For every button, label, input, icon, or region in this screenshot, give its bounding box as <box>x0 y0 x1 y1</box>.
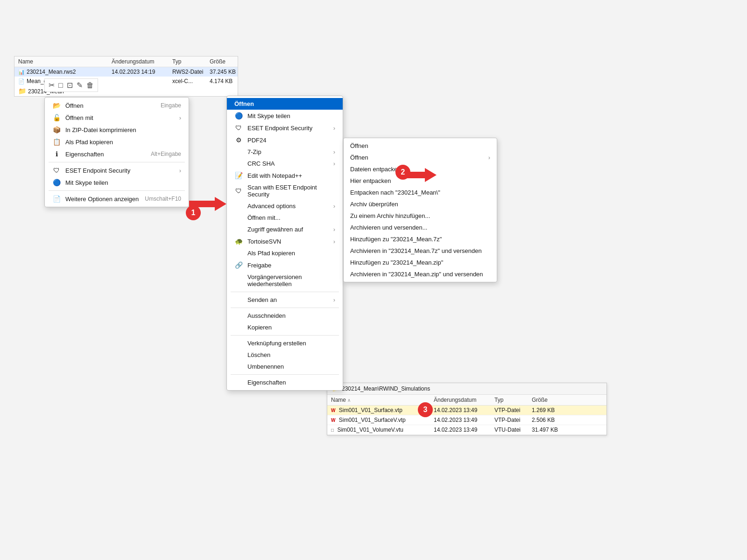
ctx-item-7z-archive-send[interactable]: Archivieren und versenden... <box>344 222 497 233</box>
ctx-item-crc[interactable]: CRC SHA › <box>227 158 343 169</box>
ctx-label: Öffnen mit <box>65 114 175 121</box>
file-date: 14.02.2023 13:49 <box>434 407 494 413</box>
ctx-item-more-options[interactable]: 📄 Weitere Optionen anzeigen Umschalt+F10 <box>45 193 189 205</box>
cut-icon[interactable]: ✂ <box>49 81 55 90</box>
ctx-item-freigabe[interactable]: 🔗 Freigabe <box>227 259 343 271</box>
ctx-label: Eigenschaften <box>247 379 335 386</box>
ctx-item-7z-add[interactable]: Zu einem Archiv hinzufügen... <box>344 210 497 222</box>
table-row[interactable]: W Sim001_V01_SurfaceV.vtp 14.02.2023 13:… <box>327 415 606 425</box>
ctx-label: Zu einem Archiv hinzufügen... <box>350 212 490 219</box>
table-row[interactable]: □ Sim001_V01_VolumeV.vtu 14.02.2023 13:4… <box>327 425 606 435</box>
ctx-item-eset2[interactable]: 🛡 ESET Endpoint Security › <box>227 122 343 134</box>
ctx-item-open-with[interactable]: 🔓 Öffnen mit › <box>45 112 189 124</box>
ctx-item-send-to[interactable]: Senden an › <box>227 294 343 306</box>
scan-eset-icon: 🛡 <box>234 187 243 195</box>
ctx-item-properties[interactable]: ℹ Eigenschaften Alt+Eingabe <box>45 148 189 160</box>
ctx-label: Zugriff gewähren auf <box>247 226 329 233</box>
ctx-item-7z-archive-zip-send[interactable]: Archivieren in "230214_Mean.zip" und ver… <box>344 268 497 280</box>
file-date: 14.02.2023 14:19 <box>112 69 172 75</box>
context-menu-2: Öffnen 🔵 Mit Skype teilen 🛡 ESET Endpoin… <box>226 96 343 391</box>
ctx-label: Advanced options <box>247 203 329 210</box>
ctx-label: Löschen <box>247 351 335 358</box>
copy-icon[interactable]: □ <box>58 81 63 90</box>
delete-icon[interactable]: 🗑 <box>86 81 94 90</box>
col-name: Name <box>18 58 112 65</box>
ctx-item-zip[interactable]: 📦 In ZIP-Datei komprimieren <box>45 124 189 136</box>
ctx-item-eset[interactable]: 🛡 ESET Endpoint Security › <box>45 164 189 176</box>
ctx-label: Als Pfad kopieren <box>247 250 335 257</box>
ctx-item-rename[interactable]: Umbenennen <box>227 361 343 372</box>
ctx-label: Kopieren <box>247 324 335 331</box>
ctx-label: ESET Endpoint Security <box>247 125 329 132</box>
table-row[interactable]: W Sim001_V01_Surface.vtp 14.02.2023 13:4… <box>327 406 606 415</box>
ctx-shortcut: Eingabe <box>161 102 181 109</box>
file-size: 37.245 KB <box>210 69 247 75</box>
ctx-item-7z-open2[interactable]: Öffnen › <box>344 152 497 163</box>
ctx-item-copy-path2[interactable]: Als Pfad kopieren <box>227 247 343 259</box>
ctx-label: Öffnen <box>350 154 484 161</box>
paste-icon[interactable]: ⊡ <box>67 81 73 90</box>
file-size: 4.174 KB <box>210 78 247 84</box>
ctx-label: Entpacken nach "230214_Mean\" <box>350 189 490 196</box>
rename-icon[interactable]: ✎ <box>77 81 83 90</box>
eset2-icon: 🛡 <box>234 124 243 132</box>
separator <box>231 374 339 375</box>
file-type: VTU-Datei <box>494 427 532 433</box>
explorer-header: Name Änderungsdatum Typ Größe <box>14 56 238 67</box>
ctx-item-skype2[interactable]: 🔵 Mit Skype teilen <box>227 110 343 122</box>
ctx-item-7zip[interactable]: 7-Zip › <box>227 146 343 158</box>
ctx-item-open-with2[interactable]: Öffnen mit... <box>227 212 343 224</box>
ctx-item-delete[interactable]: Löschen <box>227 349 343 361</box>
csv-icon: 📄 <box>18 78 25 84</box>
separator <box>49 190 185 191</box>
ctx-label: Ausschneiden <box>247 312 335 319</box>
ctx-label: Öffnen <box>65 102 156 109</box>
file-date: 14.02.2023 13:49 <box>434 417 494 423</box>
ctx-item-tortoisesvn[interactable]: 🐢 TortoiseSVN › <box>227 235 343 247</box>
ctx-item-7z-add-7z[interactable]: Hinzufügen zu "230214_Mean.7z" <box>344 233 497 245</box>
file-name: W Sim001_V01_SurfaceV.vtp <box>331 417 434 423</box>
ctx-item-7z-add-zip[interactable]: Hinzufügen zu "230214_Mean.zip" <box>344 257 497 268</box>
properties-icon: ℹ <box>52 150 61 158</box>
file-size: 2.506 KB <box>532 417 569 423</box>
ctx-item-pdf24[interactable]: ⚙ PDF24 <box>227 134 343 146</box>
step-badge-3: 3 <box>418 402 433 417</box>
skype-icon: 🔵 <box>52 179 61 186</box>
ctx-item-properties2[interactable]: Eigenschaften <box>227 377 343 388</box>
col-size: Größe <box>210 58 247 65</box>
ctx-label: Weitere Optionen anzeigen <box>65 196 140 203</box>
ctx-label: Umbenennen <box>247 363 335 370</box>
ctx-item-copy-path[interactable]: 📋 Als Pfad kopieren <box>45 136 189 148</box>
ctx-label: Als Pfad kopieren <box>65 139 181 146</box>
ctx-item-cut[interactable]: Ausschneiden <box>227 310 343 322</box>
ctx-item-skype[interactable]: 🔵 Mit Skype teilen <box>45 176 189 189</box>
separator <box>231 335 339 336</box>
ctx-item-scan-eset[interactable]: 🛡 Scan with ESET Endpoint Security <box>227 182 343 200</box>
arrow-icon: › <box>179 114 181 121</box>
table-row[interactable]: 📊230214_Mean.rws2 14.02.2023 14:19 RWS2-… <box>14 67 238 77</box>
freigabe-icon: 🔗 <box>234 261 243 269</box>
ctx-item-notepadpp[interactable]: 📝 Edit with Notepad++ <box>227 169 343 182</box>
skype2-icon: 🔵 <box>234 112 243 119</box>
zip-icon: 📦 <box>52 126 61 133</box>
ctx-item-copy[interactable]: Kopieren <box>227 322 343 333</box>
ctx-item-open-highlight[interactable]: Öffnen <box>227 98 343 110</box>
ctx-item-7z-open[interactable]: Öffnen <box>344 140 497 152</box>
separator <box>49 162 185 162</box>
ctx-item-7z-archive-7z-send[interactable]: Archivieren in "230214_Mean.7z" und vers… <box>344 245 497 257</box>
ctx-item-create-link[interactable]: Verknüpfung erstellen <box>227 337 343 349</box>
ctx-label: Edit with Notepad++ <box>247 172 335 179</box>
separator <box>231 308 339 308</box>
ctx-item-restore[interactable]: Vorgängerversionen wiederherstellen <box>227 271 343 290</box>
path-text: 230214_Mean\RWIND_Simulations <box>342 385 430 392</box>
ctx-shortcut: Umschalt+F10 <box>145 196 181 202</box>
ctx-label: ESET Endpoint Security <box>65 167 175 174</box>
copy-path-icon: 📋 <box>52 138 61 146</box>
ctx-item-access[interactable]: Zugriff gewähren auf › <box>227 224 343 235</box>
ctx-item-7z-extract-to[interactable]: Entpacken nach "230214_Mean\" <box>344 187 497 198</box>
notepadpp-icon: 📝 <box>234 172 243 179</box>
arrow-icon: › <box>333 296 335 303</box>
ctx-item-open[interactable]: 📂 Öffnen Eingabe <box>45 99 189 112</box>
ctx-item-advanced-options[interactable]: Advanced options › <box>227 200 343 212</box>
ctx-item-7z-test[interactable]: Archiv überprüfen <box>344 198 497 210</box>
